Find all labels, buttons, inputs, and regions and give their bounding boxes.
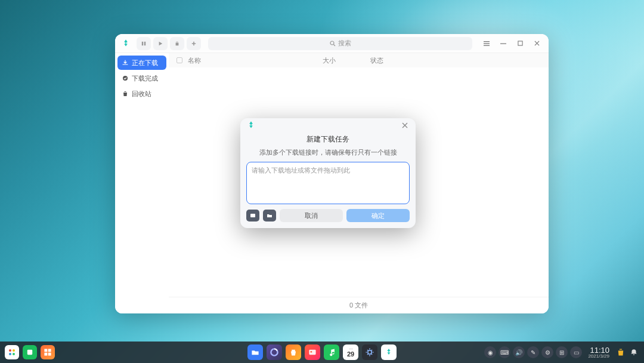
col-name[interactable]: 名称 <box>185 56 323 65</box>
sidebar: 正在下载 下载完成 回收站 <box>115 53 169 313</box>
svg-rect-7 <box>500 43 506 44</box>
dock-calendar-icon[interactable]: ⋯ 29 <box>343 344 358 360</box>
tray-disc-icon[interactable]: ◉ <box>484 346 496 358</box>
trash-icon <box>122 91 128 97</box>
svg-rect-21 <box>309 350 315 355</box>
tray-shield-icon[interactable]: ⊞ <box>556 346 568 358</box>
titlebar: 搜索 <box>115 34 549 53</box>
dock-browser-icon[interactable] <box>267 344 282 360</box>
ok-button[interactable]: 确定 <box>346 209 410 222</box>
search-icon <box>330 41 336 47</box>
minimize-button[interactable] <box>496 37 510 50</box>
svg-point-13 <box>9 353 11 355</box>
dock-settings-icon[interactable] <box>362 344 377 360</box>
svg-rect-0 <box>142 41 143 45</box>
svg-point-2 <box>330 41 334 45</box>
tray-trash-icon[interactable] <box>615 347 626 358</box>
launcher-icon[interactable] <box>5 345 19 359</box>
url-textarea[interactable] <box>246 162 410 204</box>
svg-rect-5 <box>484 43 490 44</box>
tray-keyboard-icon[interactable]: ⌨ <box>499 346 510 358</box>
svg-rect-4 <box>484 41 490 42</box>
sidebar-item-trash[interactable]: 回收站 <box>117 87 166 101</box>
download-icon <box>122 60 128 66</box>
svg-rect-16 <box>44 349 47 352</box>
svg-point-23 <box>368 350 371 354</box>
col-status[interactable]: 状态 <box>370 56 544 65</box>
svg-point-22 <box>311 351 312 353</box>
dialog-logo-icon <box>245 119 257 131</box>
dialog-subtitle: 添加多个下载链接时，请确保每行只有一个链接 <box>240 148 416 157</box>
dialog-close-button[interactable] <box>399 119 411 131</box>
new-task-dialog: 新建下载任务 添加多个下载链接时，请确保每行只有一个链接 取消 确定 <box>240 118 416 228</box>
svg-line-3 <box>333 44 335 46</box>
svg-rect-10 <box>250 214 255 217</box>
sidebar-item-label: 正在下载 <box>132 59 158 67</box>
cancel-button[interactable]: 取消 <box>280 209 343 222</box>
svg-rect-1 <box>144 41 145 45</box>
taskbar-app-1-icon[interactable] <box>23 345 37 359</box>
close-button[interactable] <box>530 37 544 50</box>
dock-store-icon[interactable] <box>286 344 301 360</box>
resume-button[interactable] <box>153 37 168 50</box>
delete-button[interactable] <box>170 37 184 50</box>
add-button[interactable] <box>187 37 201 50</box>
open-torrent-button[interactable] <box>246 210 259 222</box>
select-all-checkbox[interactable] <box>174 57 185 63</box>
calendar-day: 29 <box>347 351 354 358</box>
tray-network-icon[interactable]: ⚙ <box>541 346 553 358</box>
dock-downloader-icon[interactable] <box>381 344 397 360</box>
check-icon <box>122 75 128 81</box>
maximize-button[interactable] <box>513 37 527 50</box>
tray-notifications-icon[interactable] <box>628 347 639 358</box>
svg-rect-19 <box>48 353 51 356</box>
col-size[interactable]: 大小 <box>323 56 370 65</box>
tray-edit-icon[interactable]: ✎ <box>527 346 539 358</box>
menu-button[interactable] <box>479 37 494 50</box>
taskbar-clock[interactable]: 11:10 2021/3/29 <box>584 346 613 359</box>
clock-time: 11:10 <box>588 346 609 354</box>
tray-battery-icon[interactable]: ▭ <box>570 346 582 358</box>
svg-rect-15 <box>27 350 32 355</box>
pause-button[interactable] <box>137 37 151 50</box>
svg-rect-17 <box>48 349 51 352</box>
open-folder-button[interactable] <box>263 210 276 222</box>
tray-volume-icon[interactable]: 🔊 <box>513 346 525 358</box>
search-placeholder: 搜索 <box>338 39 351 48</box>
svg-point-14 <box>13 353 15 355</box>
search-input[interactable]: 搜索 <box>208 37 472 50</box>
sidebar-item-completed[interactable]: 下载完成 <box>117 71 166 85</box>
dock-files-icon[interactable] <box>247 344 263 360</box>
svg-point-11 <box>9 349 11 352</box>
app-logo-icon <box>120 38 132 50</box>
svg-point-9 <box>123 76 128 81</box>
svg-rect-18 <box>44 353 47 356</box>
svg-rect-6 <box>484 45 490 45</box>
taskbar: ⋯ 29 ◉ ⌨ 🔊 ✎ ⚙ ⊞ ▭ 11:10 2021/3/29 <box>0 342 644 363</box>
svg-point-12 <box>13 349 15 352</box>
footer-status: 0 文件 <box>169 297 549 313</box>
dock-music-icon[interactable] <box>324 344 339 360</box>
dialog-title: 新建下载任务 <box>240 134 416 144</box>
svg-rect-8 <box>518 41 522 45</box>
list-header: 名称 大小 状态 <box>169 53 549 67</box>
clock-date: 2021/3/29 <box>588 354 609 359</box>
sidebar-item-label: 回收站 <box>132 90 151 99</box>
sidebar-item-downloading[interactable]: 正在下载 <box>117 56 166 70</box>
sidebar-item-label: 下载完成 <box>132 74 158 83</box>
taskbar-app-2-icon[interactable] <box>41 345 55 359</box>
dock-photos-icon[interactable] <box>305 344 320 360</box>
